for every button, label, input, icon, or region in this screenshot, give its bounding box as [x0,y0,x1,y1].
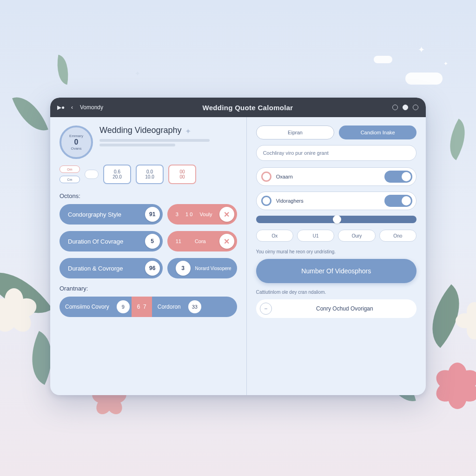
option-value: 91 [145,207,160,222]
option-value: 96 [145,261,160,276]
sparkle-icon: ✦ [185,127,191,136]
app-window: ▶● ‹ Vomondy Wedding Quote Calomolar Emm… [50,98,426,395]
option-label: Duration Of Covrage [68,238,123,245]
radio-icon[interactable] [261,196,271,206]
badge-bottom-label: Ovans [71,146,81,151]
option-label: Duration & Covrorge [68,265,123,272]
minus-icon[interactable]: − [260,303,272,315]
quick-chip[interactable]: U1 [297,230,334,242]
summary-pill[interactable]: Comsiimo Covory 9 6 7 Cordoron 33 [60,297,237,317]
toggle-row: Oxaarn [256,167,416,186]
window-control-min[interactable] [392,105,398,110]
search-placeholder: Cochliray viro pur onire grant [263,150,329,156]
date-spacer [85,170,99,179]
option-style[interactable]: Condorgraphy Style 91 [60,204,163,225]
window-control-close[interactable] [413,105,418,110]
primary-button[interactable]: Number Of Videosphors [256,259,416,283]
badge-top-label: Emmary [69,134,83,138]
option-side[interactable]: 3 1 0 Vouly ✕ [167,204,237,225]
filter-chip[interactable]: Eipran [256,126,335,139]
badge-value: 0 [74,138,79,146]
mini-tag[interactable]: Om [60,165,80,173]
left-pane: Emmary 0 Ovans Wedding Videography ✦ Om … [50,117,246,395]
button-label: Conry Ochud Ovorigan [277,305,413,312]
toggle-row: Vidoraghers [256,192,416,210]
date-box[interactable]: 0.620.0 [103,165,131,184]
toggle-label: Oxaarn [276,174,380,179]
quick-chip[interactable]: Ono [379,230,416,242]
breadcrumb[interactable]: Vomondy [80,104,103,111]
option-side[interactable]: 3 Norard Viosopere [167,258,237,278]
slider[interactable] [256,216,416,223]
secondary-button[interactable]: − Conry Ochud Ovorigan [256,299,416,318]
back-icon[interactable]: ‹ [69,104,75,111]
summary-badge: Emmary 0 Ovans [60,126,93,159]
toggle-label: Vidoraghers [276,198,380,204]
radio-icon[interactable] [261,172,271,182]
option-value: 5 [145,234,160,249]
mini-tag[interactable]: Cm [60,176,80,183]
option-side[interactable]: 11 Cora ✕ [167,231,237,251]
option-coverage[interactable]: Duration & Covrorge 96 [60,258,163,278]
help-text: Cattiutinlom ole dey cran ndaliom. [256,290,416,295]
subtitle-placeholder [99,144,175,146]
subtitle-placeholder [99,139,210,142]
section-label-options: Octons: [60,192,237,199]
search-input[interactable]: Cochliray viro pur onire grant [256,145,416,161]
page-title: Wedding Videography [99,126,181,135]
slider-thumb[interactable] [333,215,341,224]
help-text: You oirny mural he reon ory undristing. [256,249,416,254]
window-control-max[interactable] [403,105,408,110]
quick-chip[interactable]: Oury [338,230,375,242]
date-box[interactable]: 0.010.0 [136,165,164,184]
right-pane: Eipran Candiom Inake Cochliray viro pur … [246,117,426,395]
remove-icon[interactable]: ✕ [219,234,234,249]
date-box-highlighted[interactable]: 0000 [168,165,196,184]
toggle-switch[interactable] [384,171,412,183]
titlebar: ▶● ‹ Vomondy Wedding Quote Calomolar [50,98,426,117]
play-icon[interactable]: ▶● [58,104,64,111]
button-label: Number Of Videosphors [301,267,371,275]
filter-chip-active[interactable]: Candiom Inake [339,126,416,139]
window-title: Wedding Quote Calomolar [103,104,392,112]
option-duration[interactable]: Duration Of Covrage 5 [60,231,163,251]
quick-chip[interactable]: Ox [256,230,293,242]
toggle-switch[interactable] [384,195,412,207]
option-label: Condorgraphy Style [68,211,121,218]
section-label-secondary: Orantnary: [60,285,237,292]
remove-icon[interactable]: ✕ [219,207,234,222]
